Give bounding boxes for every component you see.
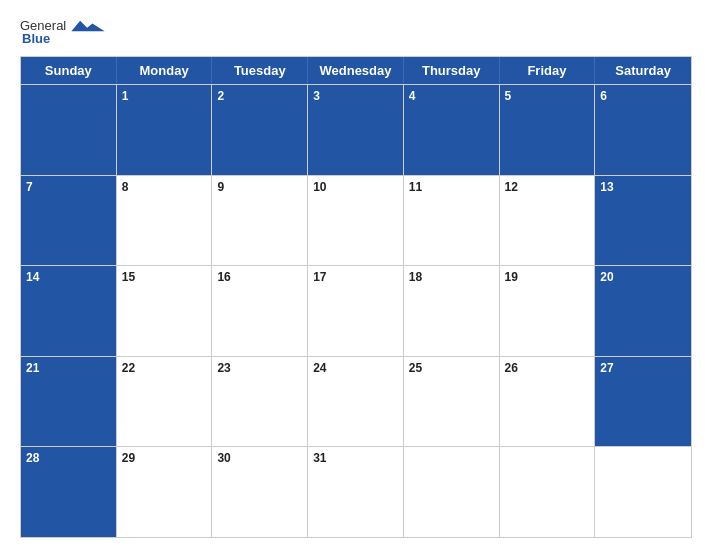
day-number: 3 bbox=[313, 88, 398, 105]
day-number: 1 bbox=[122, 88, 207, 105]
cal-cell: 25 bbox=[404, 357, 500, 447]
day-number: 19 bbox=[505, 269, 590, 286]
day-number: 13 bbox=[600, 179, 686, 196]
header-day-thursday: Thursday bbox=[404, 57, 500, 84]
week-row-3: 21222324252627 bbox=[21, 356, 691, 447]
calendar-body: 1234567891011121314151617181920212223242… bbox=[21, 84, 691, 537]
week-row-1: 78910111213 bbox=[21, 175, 691, 266]
header-day-monday: Monday bbox=[117, 57, 213, 84]
calendar: SundayMondayTuesdayWednesdayThursdayFrid… bbox=[20, 56, 692, 538]
cal-cell: 29 bbox=[117, 447, 213, 537]
cal-cell bbox=[21, 85, 117, 175]
svg-marker-0 bbox=[72, 21, 105, 32]
header-day-friday: Friday bbox=[500, 57, 596, 84]
cal-cell: 5 bbox=[500, 85, 596, 175]
logo: General Blue bbox=[20, 18, 106, 46]
day-number: 16 bbox=[217, 269, 302, 286]
cal-cell: 24 bbox=[308, 357, 404, 447]
cal-cell: 4 bbox=[404, 85, 500, 175]
header-day-wednesday: Wednesday bbox=[308, 57, 404, 84]
cal-cell: 30 bbox=[212, 447, 308, 537]
cal-cell: 16 bbox=[212, 266, 308, 356]
day-number: 9 bbox=[217, 179, 302, 196]
cal-cell bbox=[404, 447, 500, 537]
day-number: 17 bbox=[313, 269, 398, 286]
day-number: 31 bbox=[313, 450, 398, 467]
logo-icon bbox=[70, 19, 106, 33]
cal-cell: 2 bbox=[212, 85, 308, 175]
day-number: 26 bbox=[505, 360, 590, 377]
day-number: 18 bbox=[409, 269, 494, 286]
cal-cell: 23 bbox=[212, 357, 308, 447]
day-number: 2 bbox=[217, 88, 302, 105]
cal-cell: 13 bbox=[595, 176, 691, 266]
cal-cell: 20 bbox=[595, 266, 691, 356]
week-row-0: 123456 bbox=[21, 84, 691, 175]
week-row-2: 14151617181920 bbox=[21, 265, 691, 356]
cal-cell: 17 bbox=[308, 266, 404, 356]
cal-cell: 15 bbox=[117, 266, 213, 356]
logo-blue: Blue bbox=[22, 31, 50, 46]
day-number: 11 bbox=[409, 179, 494, 196]
day-number: 10 bbox=[313, 179, 398, 196]
cal-cell: 21 bbox=[21, 357, 117, 447]
day-number: 4 bbox=[409, 88, 494, 105]
header: General Blue bbox=[20, 18, 692, 46]
cal-cell: 22 bbox=[117, 357, 213, 447]
cal-cell: 27 bbox=[595, 357, 691, 447]
cal-cell: 19 bbox=[500, 266, 596, 356]
day-number: 7 bbox=[26, 179, 111, 196]
cal-cell: 11 bbox=[404, 176, 500, 266]
page: General Blue SundayMondayTuesdayWednesda… bbox=[0, 0, 712, 550]
day-number: 14 bbox=[26, 269, 111, 286]
day-number: 21 bbox=[26, 360, 111, 377]
header-day-saturday: Saturday bbox=[595, 57, 691, 84]
cal-cell: 14 bbox=[21, 266, 117, 356]
cal-cell bbox=[500, 447, 596, 537]
cal-cell: 26 bbox=[500, 357, 596, 447]
cal-cell: 7 bbox=[21, 176, 117, 266]
day-number: 12 bbox=[505, 179, 590, 196]
cal-cell bbox=[595, 447, 691, 537]
day-number: 24 bbox=[313, 360, 398, 377]
week-row-4: 28293031 bbox=[21, 446, 691, 537]
cal-cell: 9 bbox=[212, 176, 308, 266]
cal-cell: 8 bbox=[117, 176, 213, 266]
cal-cell: 3 bbox=[308, 85, 404, 175]
cal-cell: 28 bbox=[21, 447, 117, 537]
day-number: 29 bbox=[122, 450, 207, 467]
day-number: 6 bbox=[600, 88, 686, 105]
day-number: 25 bbox=[409, 360, 494, 377]
cal-cell: 12 bbox=[500, 176, 596, 266]
cal-cell: 18 bbox=[404, 266, 500, 356]
day-number: 20 bbox=[600, 269, 686, 286]
day-number: 15 bbox=[122, 269, 207, 286]
calendar-header: SundayMondayTuesdayWednesdayThursdayFrid… bbox=[21, 57, 691, 84]
day-number: 23 bbox=[217, 360, 302, 377]
day-number: 8 bbox=[122, 179, 207, 196]
cal-cell: 1 bbox=[117, 85, 213, 175]
day-number: 30 bbox=[217, 450, 302, 467]
cal-cell: 6 bbox=[595, 85, 691, 175]
header-day-tuesday: Tuesday bbox=[212, 57, 308, 84]
cal-cell: 31 bbox=[308, 447, 404, 537]
day-number: 22 bbox=[122, 360, 207, 377]
header-day-sunday: Sunday bbox=[21, 57, 117, 84]
cal-cell: 10 bbox=[308, 176, 404, 266]
day-number: 27 bbox=[600, 360, 686, 377]
day-number: 28 bbox=[26, 450, 111, 467]
day-number: 5 bbox=[505, 88, 590, 105]
